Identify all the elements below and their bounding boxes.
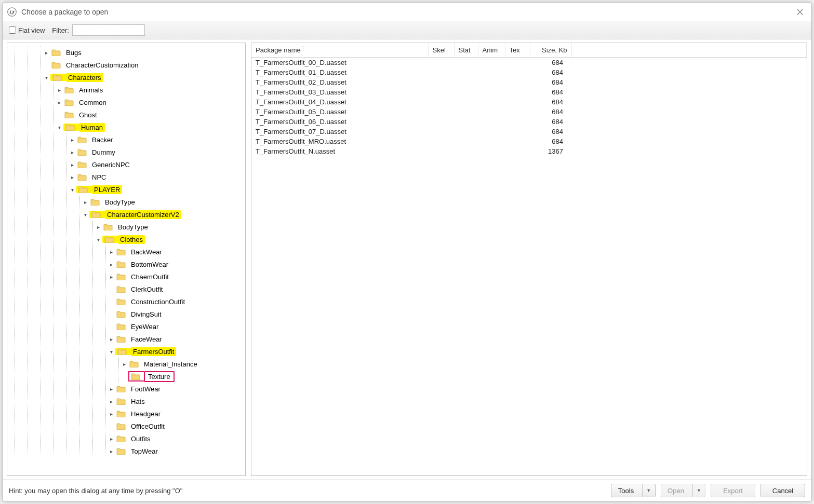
cell-name: T_FarmersOutfit_03_D.uasset (251, 87, 428, 97)
tree-item[interactable]: ▸ Animals (55, 84, 243, 96)
tree-item[interactable]: ▸ Texture (120, 370, 243, 383)
flat-view-checkbox[interactable]: Flat view (9, 26, 45, 34)
tree-item[interactable]: ▸ Headgear (107, 407, 243, 420)
tree-item[interactable]: ▸ FaceWear (107, 333, 243, 345)
export-button[interactable]: Export (711, 484, 755, 497)
chevron-right-icon[interactable]: ▸ (107, 273, 115, 281)
table-row[interactable]: T_FarmersOutfit_02_D.uasset684 (251, 77, 807, 87)
table-row[interactable]: T_FarmersOutfit_04_D.uasset684 (251, 97, 807, 107)
tree-item[interactable]: ▸ ConstructionOutfit (107, 295, 243, 308)
tree-item[interactable]: ▸ CharacterCustomization (42, 59, 243, 71)
chevron-right-icon[interactable]: ▸ (107, 385, 115, 393)
table-row[interactable]: T_FarmersOutfit_MRO.uasset684 (251, 137, 807, 146)
chevron-right-icon[interactable]: ▸ (68, 135, 76, 144)
close-button[interactable] (793, 5, 807, 19)
flat-view-input[interactable] (9, 26, 16, 34)
column-header-anim[interactable]: Anim (478, 43, 505, 58)
chevron-right-icon[interactable]: ▸ (68, 148, 76, 156)
tree-item[interactable]: ▸ OfficeOutfit (107, 420, 243, 432)
tools-dropdown-toggle[interactable]: ▼ (642, 484, 653, 497)
cell-stat (454, 107, 478, 117)
table-row[interactable]: T_FarmersOutfit_01_D.uasset684 (251, 67, 807, 77)
chevron-right-icon[interactable]: ▸ (107, 397, 115, 405)
open-button[interactable]: Open ▼ (661, 484, 705, 497)
tree-item[interactable]: ▸ Backer (68, 133, 243, 146)
tree-item[interactable]: ▸ BottomWear (107, 258, 243, 270)
cell-size: 684 (530, 127, 571, 137)
filter-input[interactable] (72, 24, 145, 36)
tree-item[interactable]: ▸ EyeWear (107, 320, 243, 333)
tree-item[interactable]: ▾ Clothes (94, 233, 243, 246)
tree-item[interactable]: ▸ Outfits (107, 432, 243, 445)
chevron-right-icon[interactable]: ▸ (81, 198, 89, 206)
chevron-down-icon[interactable]: ▾ (68, 185, 76, 194)
chevron-right-icon[interactable]: ▸ (68, 160, 76, 169)
tree-item[interactable]: ▾ CharacterCustomizerV2 (81, 208, 243, 221)
cell-tex (505, 77, 530, 87)
tree-item[interactable]: ▸ Dummy (68, 146, 243, 158)
chevron-right-icon[interactable]: ▸ (107, 410, 115, 418)
tree-item[interactable]: ▸ TopWear (107, 445, 243, 457)
chevron-right-icon[interactable]: ▸ (107, 434, 115, 443)
folder-icon (77, 173, 87, 181)
chevron-right-icon[interactable]: ▸ (94, 223, 102, 231)
table-row[interactable]: T_FarmersOutfit_03_D.uasset684 (251, 87, 807, 97)
column-header-tex[interactable]: Tex (505, 43, 530, 58)
chevron-down-icon[interactable]: ▾ (94, 235, 102, 243)
chevron-right-icon[interactable]: ▸ (42, 48, 50, 57)
chevron-right-icon[interactable]: ▸ (55, 98, 63, 106)
table-row[interactable]: T_FarmersOutfit_06_D.uasset684 (251, 117, 807, 127)
tree-item[interactable]: ▾ FarmersOutfit (107, 345, 243, 358)
folder-tree-pane[interactable]: ▸ Bugs▸ CharacterCustomization▾ Characte… (7, 43, 246, 476)
chevron-down-icon[interactable]: ▾ (42, 73, 50, 81)
cell-stat (454, 146, 478, 156)
tree-item[interactable]: ▾ Characters (42, 71, 243, 84)
tree-item[interactable]: ▸ BackWear (107, 246, 243, 258)
column-header-skel[interactable]: Skel (428, 43, 454, 58)
cell-skel (428, 97, 454, 107)
column-header-size[interactable]: Size, Kb (530, 43, 571, 58)
chevron-right-icon[interactable]: ▸ (120, 360, 128, 368)
chevron-down-icon[interactable]: ▾ (107, 347, 115, 356)
cancel-button[interactable]: Cancel (760, 484, 805, 497)
chevron-right-icon[interactable]: ▸ (107, 260, 115, 268)
tree-item[interactable]: ▸ ClerkOutfit (107, 283, 243, 295)
folder-icon (116, 248, 126, 255)
tree-item[interactable]: ▸ Ghost (55, 108, 243, 121)
open-dropdown-toggle[interactable]: ▼ (692, 484, 704, 497)
folder-icon (116, 335, 126, 343)
tree-item[interactable]: ▸ Hats (107, 395, 243, 407)
tree-item[interactable]: ▸ NPC (68, 171, 243, 183)
package-list-pane[interactable]: Package nameSkelStatAnimTexSize, Kb T_Fa… (251, 43, 807, 476)
tree-item[interactable]: ▸ DivingSuit (107, 308, 243, 320)
column-header-spacer (571, 43, 807, 58)
tree-item[interactable]: ▸ GenericNPC (68, 158, 243, 171)
chevron-right-icon[interactable]: ▸ (55, 86, 63, 94)
column-header-stat[interactable]: Stat (454, 43, 478, 58)
folder-icon (116, 261, 126, 268)
tree-item[interactable]: ▸ FootWear (107, 383, 243, 395)
chevron-right-icon[interactable]: ▸ (107, 447, 115, 455)
table-row[interactable]: T_FarmersOutfit_00_D.uasset684 (251, 58, 807, 68)
table-row[interactable]: T_FarmersOutfit_05_D.uasset684 (251, 107, 807, 117)
tree-item[interactable]: ▾ Human (55, 121, 243, 133)
tree-item[interactable]: ▸ Bugs (42, 46, 243, 59)
tree-item[interactable]: ▾ PLAYER (68, 183, 243, 196)
tree-item[interactable]: ▸ Material_Instance (120, 358, 243, 370)
tools-button[interactable]: Tools ▼ (611, 484, 656, 497)
chevron-right-icon[interactable]: ▸ (68, 173, 76, 181)
cell-skel (428, 77, 454, 87)
tree-item[interactable]: ▸ BodyType (81, 196, 243, 208)
chevron-right-icon[interactable]: ▸ (107, 335, 115, 343)
chevron-right-icon[interactable]: ▸ (107, 248, 115, 256)
table-row[interactable]: T_FarmersOutfit_07_D.uasset684 (251, 127, 807, 137)
tree-item[interactable]: ▸ ChaemOutfit (107, 270, 243, 283)
cell-name: T_FarmersOutfit_N.uasset (251, 146, 428, 156)
table-row[interactable]: T_FarmersOutfit_N.uasset1367 (251, 146, 807, 156)
folder-icon (51, 61, 61, 69)
chevron-down-icon[interactable]: ▾ (55, 123, 63, 131)
tree-item[interactable]: ▸ Common (55, 96, 243, 108)
chevron-down-icon[interactable]: ▾ (81, 210, 89, 219)
column-header-name[interactable]: Package name (251, 43, 428, 58)
tree-item[interactable]: ▸ BodyType (94, 221, 243, 233)
